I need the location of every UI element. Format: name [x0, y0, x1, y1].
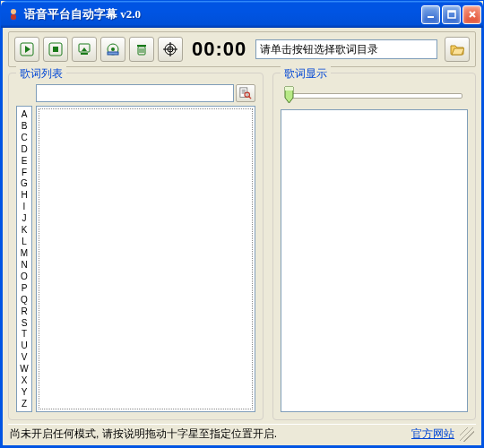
maximize-button[interactable]: [442, 5, 461, 24]
close-button[interactable]: [462, 5, 481, 24]
minimize-button[interactable]: [421, 5, 440, 24]
alpha-F[interactable]: F: [17, 168, 31, 177]
app-window: 语音平台自动字幕 v2.0: [0, 0, 484, 448]
path-display[interactable]: 请单击按钮选择歌词目录: [255, 39, 437, 59]
lyrics-display-panel: 歌词显示: [272, 73, 476, 420]
alpha-G[interactable]: G: [17, 178, 31, 188]
client-area: 00:00 请单击按钮选择歌词目录 歌词列表 ABCDEFGHIJKLMNOPQ…: [1, 28, 483, 447]
app-icon: [6, 7, 21, 22]
official-site-link[interactable]: 官方网站: [406, 426, 460, 442]
search-button[interactable]: [236, 84, 255, 102]
crosshair-button[interactable]: [158, 37, 183, 62]
alpha-Y[interactable]: Y: [17, 387, 31, 397]
svg-marker-6: [25, 46, 30, 53]
search-input[interactable]: [36, 84, 234, 102]
timer-display: 00:00: [192, 38, 246, 61]
svg-point-13: [111, 47, 115, 51]
svg-rect-16: [137, 45, 146, 47]
titlebar[interactable]: 语音平台自动字幕 v2.0: [1, 1, 483, 28]
svg-marker-10: [82, 47, 87, 51]
svg-rect-4: [448, 11, 455, 13]
alpha-P[interactable]: P: [17, 283, 31, 293]
alpha-W[interactable]: W: [17, 364, 31, 374]
toolbar: 00:00 请单击按钮选择歌词目录: [8, 31, 476, 67]
lyrics-display-box[interactable]: [281, 109, 468, 412]
alpha-J[interactable]: J: [17, 213, 31, 223]
svg-rect-14: [108, 52, 118, 55]
lyrics-display-title: 歌词显示: [281, 66, 331, 82]
slider-thumb-icon[interactable]: [284, 86, 294, 104]
alpha-M[interactable]: M: [17, 248, 31, 258]
alpha-H[interactable]: H: [17, 190, 31, 200]
lyrics-list-title: 歌词列表: [16, 66, 66, 82]
window-title: 语音平台自动字幕 v2.0: [24, 6, 421, 22]
alpha-U[interactable]: U: [17, 340, 31, 350]
alphabet-index[interactable]: ABCDEFGHIJKLMNOPQRSTUVWXYZ: [16, 106, 32, 412]
list-area: ABCDEFGHIJKLMNOPQRSTUVWXYZ: [16, 106, 255, 412]
svg-rect-1: [11, 14, 16, 20]
alpha-C[interactable]: C: [17, 133, 31, 142]
position-slider[interactable]: [281, 84, 468, 106]
alpha-X[interactable]: X: [17, 375, 31, 385]
svg-rect-11: [81, 53, 88, 55]
browse-button[interactable]: [445, 37, 470, 62]
alpha-B[interactable]: B: [17, 121, 31, 131]
alpha-V[interactable]: V: [17, 352, 31, 362]
main-area: 歌词列表 ABCDEFGHIJKLMNOPQRSTUVWXYZ 歌词显示: [8, 73, 476, 420]
alpha-D[interactable]: D: [17, 144, 31, 154]
export-button[interactable]: [72, 37, 97, 62]
lyrics-list-panel: 歌词列表 ABCDEFGHIJKLMNOPQRSTUVWXYZ: [8, 73, 264, 420]
status-message: 尚未开启任何模式, 请按说明拖动十字星至指定位置开启.: [10, 426, 406, 442]
alpha-L[interactable]: L: [17, 237, 31, 246]
window-controls: [421, 5, 481, 24]
lyrics-listbox[interactable]: [36, 106, 255, 412]
alpha-S[interactable]: S: [17, 318, 31, 328]
alpha-N[interactable]: N: [17, 260, 31, 270]
alpha-E[interactable]: E: [17, 156, 31, 166]
alpha-Q[interactable]: Q: [17, 295, 31, 305]
svg-line-29: [249, 97, 252, 99]
alpha-T[interactable]: T: [17, 329, 31, 339]
resize-grip-icon[interactable]: [460, 427, 474, 442]
search-row: [16, 84, 255, 102]
svg-rect-2: [428, 16, 434, 18]
disk-button[interactable]: [100, 37, 125, 62]
stop-button[interactable]: [43, 37, 68, 62]
delete-button[interactable]: [129, 37, 154, 62]
alpha-K[interactable]: K: [17, 225, 31, 235]
alpha-I[interactable]: I: [17, 202, 31, 211]
statusbar: 尚未开启任何模式, 请按说明拖动十字星至指定位置开启. 官方网站: [8, 424, 476, 444]
alpha-A[interactable]: A: [17, 109, 31, 119]
alpha-O[interactable]: O: [17, 271, 31, 281]
svg-rect-8: [53, 47, 58, 52]
alpha-Z[interactable]: Z: [17, 399, 31, 409]
play-button[interactable]: [14, 37, 39, 62]
alpha-R[interactable]: R: [17, 306, 31, 316]
svg-point-0: [11, 9, 16, 14]
